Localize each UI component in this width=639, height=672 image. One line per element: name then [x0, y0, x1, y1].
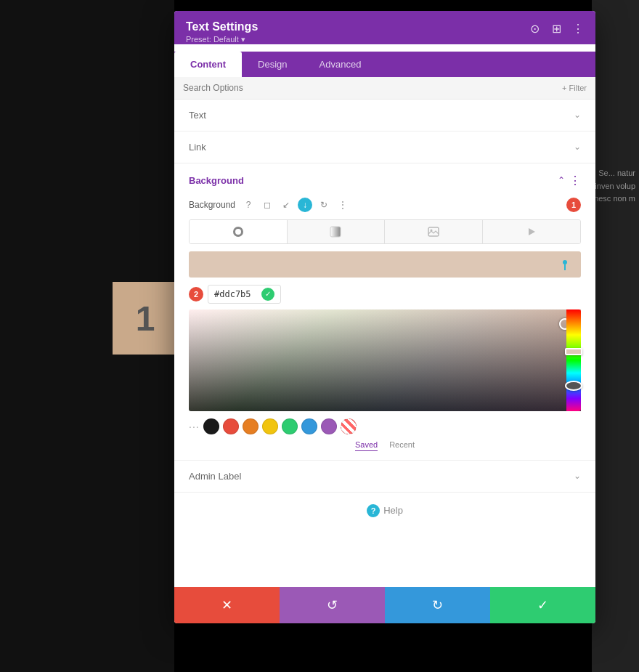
- bg-down-icon[interactable]: ↓: [298, 198, 312, 212]
- color-type-gradient[interactable]: [288, 220, 386, 243]
- swatch-orange[interactable]: [243, 418, 259, 434]
- swatch-purple[interactable]: [321, 418, 337, 434]
- cancel-button[interactable]: ✕: [174, 587, 280, 623]
- responsive-icon[interactable]: ⊙: [527, 21, 542, 36]
- color-type-video[interactable]: [483, 220, 581, 243]
- bg-more-icon[interactable]: ⋮: [335, 198, 350, 212]
- text-section-title: Text: [189, 110, 206, 121]
- admin-label-header[interactable]: Admin Label ⌄: [174, 461, 595, 492]
- color-swatches: ···: [189, 418, 581, 434]
- hue-slider[interactable]: [566, 309, 581, 411]
- svg-point-6: [563, 260, 567, 264]
- swatch-green[interactable]: [282, 418, 298, 434]
- svg-rect-2: [330, 227, 341, 237]
- link-chevron-icon: ⌄: [574, 142, 581, 152]
- filter-button[interactable]: + Filter: [562, 84, 587, 92]
- brightness-slider-thumb[interactable]: [565, 381, 582, 391]
- saved-tab[interactable]: Saved: [355, 440, 378, 451]
- background-menu-icon[interactable]: ⋮: [569, 174, 581, 187]
- layout-icon[interactable]: ⊞: [549, 21, 563, 36]
- admin-chevron-icon: ⌄: [574, 471, 581, 481]
- swatch-red[interactable]: [223, 418, 239, 434]
- swatch-striped[interactable]: [341, 418, 357, 434]
- color-overlay: [189, 309, 581, 411]
- swatch-yellow[interactable]: [262, 418, 278, 434]
- background-section-title: Background: [189, 175, 244, 186]
- admin-label-section: Admin Label ⌄: [174, 461, 595, 493]
- tab-advanced[interactable]: Advanced: [304, 52, 378, 77]
- link-section-header[interactable]: Link ⌄: [174, 131, 595, 163]
- step-badge-2-label: 2: [189, 287, 203, 301]
- modal-title: Text Settings: [186, 20, 584, 35]
- bg-controls-label: Background: [189, 200, 235, 210]
- hex-confirm-button[interactable]: ✓: [261, 288, 274, 301]
- preset-selector[interactable]: Preset: Default ▾: [186, 35, 584, 44]
- more-swatches-button[interactable]: ···: [189, 421, 200, 432]
- bg-reset-icon[interactable]: ↻: [317, 198, 331, 212]
- background-content: Background ? ◻ ↙ ↓ ↻ ⋮ 1: [174, 198, 595, 460]
- link-section-title: Link: [189, 142, 206, 153]
- spacer: [174, 529, 595, 587]
- help-icon[interactable]: ?: [367, 504, 380, 517]
- gradient-picker[interactable]: [189, 309, 581, 411]
- search-input[interactable]: [183, 83, 328, 93]
- color-preview-bar: [189, 251, 581, 278]
- text-chevron-icon: ⌄: [574, 110, 581, 120]
- text-section: Text ⌄: [174, 100, 595, 131]
- saved-recent-tabs: Saved Recent: [189, 440, 581, 451]
- header-icons: ⊙ ⊞ ⋮: [527, 21, 585, 36]
- background-section-controls: ⌃ ⋮: [558, 174, 581, 187]
- bg-help-icon[interactable]: ?: [241, 198, 256, 212]
- step-badge-1: 1: [566, 198, 581, 212]
- svg-point-1: [235, 229, 241, 235]
- more-options-icon[interactable]: ⋮: [571, 21, 585, 36]
- swatch-blue[interactable]: [301, 418, 317, 434]
- bg-cursor-icon[interactable]: ↙: [279, 198, 293, 212]
- svg-marker-5: [529, 228, 535, 235]
- link-section: Link ⌄: [174, 131, 595, 163]
- modal-header: Text Settings Preset: Default ▾ ⊙ ⊞ ⋮: [174, 11, 595, 44]
- svg-rect-3: [428, 227, 439, 236]
- recent-tab[interactable]: Recent: [389, 440, 415, 451]
- number-block: 1: [113, 282, 178, 355]
- hex-input-wrapper: ✓: [208, 285, 281, 304]
- hex-input-row: 2 ✓: [189, 285, 581, 304]
- background-chevron-icon: ⌃: [558, 175, 565, 185]
- background-section-header[interactable]: Background ⌃ ⋮: [174, 163, 595, 198]
- reset-button[interactable]: ↺: [280, 587, 385, 623]
- tab-content[interactable]: Content: [174, 52, 242, 77]
- bg-right-panel: Se... natur inven volup nesc non m: [592, 0, 639, 672]
- bg-mobile-icon[interactable]: ◻: [260, 198, 274, 212]
- bg-right-text: Se... natur inven volup nesc non m: [592, 167, 635, 206]
- tab-bar: Content Design Advanced: [174, 52, 595, 77]
- background-section: Background ⌃ ⋮ Background ? ◻ ↙ ↓ ↻ ⋮ 1: [174, 163, 595, 461]
- bg-controls-row: Background ? ◻ ↙ ↓ ↻ ⋮ 1: [189, 198, 581, 212]
- color-type-tabs: [189, 219, 581, 244]
- text-section-header[interactable]: Text ⌄: [174, 100, 595, 131]
- swatch-black[interactable]: [203, 418, 219, 434]
- hue-slider-thumb[interactable]: [565, 348, 582, 355]
- color-type-image[interactable]: [385, 220, 483, 243]
- color-picker-area[interactable]: [189, 309, 581, 411]
- redo-button[interactable]: ↻: [385, 587, 490, 623]
- tab-design[interactable]: Design: [242, 52, 303, 77]
- search-bar: + Filter: [174, 77, 595, 100]
- text-settings-modal: Text Settings Preset: Default ▾ ⊙ ⊞ ⋮ Co…: [174, 11, 595, 623]
- pin-icon[interactable]: [558, 257, 572, 272]
- modal-footer: ✕ ↺ ↻ ✓: [174, 587, 595, 623]
- help-row: ? Help: [174, 493, 595, 529]
- hex-color-input[interactable]: [214, 289, 258, 299]
- confirm-button[interactable]: ✓: [490, 587, 595, 623]
- admin-label-title: Admin Label: [189, 471, 241, 482]
- color-type-solid[interactable]: [190, 220, 288, 243]
- help-label[interactable]: Help: [383, 505, 403, 516]
